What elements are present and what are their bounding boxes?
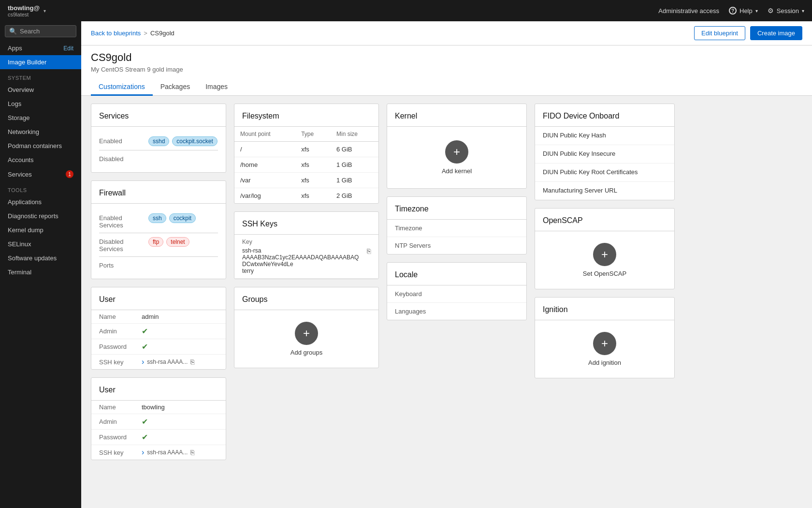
services-card-body: Enabled sshd cockpit.socket Disabled — [91, 127, 226, 172]
user1-sshkey-expand[interactable]: › ssh-rsa AAAA... ⎘ — [142, 358, 194, 366]
firewall-disabled-tags: ftp telnet — [148, 237, 189, 247]
sidebar-item-applications[interactable]: Applications — [0, 195, 81, 209]
topbar-user-chevron[interactable]: ▾ — [44, 8, 46, 14]
breadcrumb: Back to blueprints > CS9gold — [91, 30, 174, 37]
fs-mount: /home — [234, 157, 295, 173]
add-ignition-label: Add ignition — [588, 359, 621, 366]
ignition-card: Ignition + Add ignition — [535, 297, 675, 378]
user1-sshkey-copy-icon[interactable]: ⎘ — [190, 358, 194, 366]
filesystem-card: Filesystem Mount point Type Min size — [234, 104, 379, 204]
sidebar-item-selinux[interactable]: SELinux — [0, 237, 81, 251]
openscap-card-title: OpenSCAP — [535, 209, 674, 231]
firewall-disabled-label: Disabled Services — [99, 237, 143, 253]
filesystem-header-row: Mount point Type Min size — [234, 127, 378, 142]
create-image-button[interactable]: Create image — [750, 26, 802, 40]
fido-field-item: DIUN Public Key Insecure — [535, 145, 674, 164]
firewall-enabled-tags: ssh cockpit — [148, 213, 196, 223]
sidebar-item-services[interactable]: Services 1 — [0, 167, 81, 181]
add-groups-icon[interactable]: + — [295, 322, 318, 345]
timezone-card: Timezone Timezone NTP Servers — [387, 196, 527, 254]
sidebar-item-terminal[interactable]: Terminal — [0, 265, 81, 279]
sidebar-podman-label: Podman containers — [8, 142, 62, 149]
sidebar-item-image-builder[interactable]: Image Builder — [0, 55, 81, 69]
fs-type: xfs — [295, 157, 331, 173]
topbar-right: Administrative access ? Help ▾ ⚙ Session… — [658, 7, 804, 15]
user1-sshkey-row: SSH key › ssh-rsa AAAA... ⎘ — [91, 355, 226, 369]
topbar-left: tbowling@ cs9latest ▾ — [8, 4, 46, 17]
ssh-key-copy-icon[interactable]: ⎘ — [367, 247, 371, 255]
user2-name-row: Name tbowling — [91, 401, 226, 414]
ssh-keys-card: SSH Keys Key ssh-rsa AAAAB3NzaC1yc2EAAAA… — [234, 211, 379, 279]
user2-admin-row: Admin ✔ — [91, 414, 226, 430]
edit-blueprint-button[interactable]: Edit blueprint — [694, 26, 745, 40]
kernel-card-title: Kernel — [387, 104, 526, 127]
user2-sshkey-copy-icon[interactable]: ⎘ — [190, 448, 194, 456]
ssh-key-item: Key ssh-rsa AAAAB3NzaC1yc2EAAAADAQABAAAA… — [234, 235, 378, 279]
sidebar-item-accounts[interactable]: Accounts — [0, 153, 81, 167]
cockpit-tag: cockpit — [169, 213, 196, 223]
fs-type: xfs — [295, 188, 331, 204]
tab-customizations[interactable]: Customizations — [91, 79, 153, 96]
help-menu[interactable]: ? Help ▾ — [729, 7, 758, 15]
middle-column: Filesystem Mount point Type Min size — [234, 104, 379, 368]
sidebar-logs-label: Logs — [8, 100, 21, 107]
user1-password-label: Password — [99, 343, 138, 350]
filesystem-row: /varxfs1 GiB — [234, 173, 378, 188]
sidebar-item-logs[interactable]: Logs — [0, 97, 81, 111]
sidebar-apps-edit[interactable]: Edit — [63, 45, 73, 52]
session-menu[interactable]: ⚙ Session ▾ — [768, 7, 804, 15]
search-input[interactable]: 🔍 Search — [5, 25, 76, 37]
firewall-card-title: Firewall — [91, 181, 226, 204]
add-groups-area[interactable]: + Add groups — [234, 310, 378, 368]
sidebar-item-kernel-dump[interactable]: Kernel dump — [0, 223, 81, 237]
user1-password-row: Password ✔ — [91, 339, 226, 355]
services-enabled-label: Enabled — [99, 136, 143, 145]
sidebar-item-software-updates[interactable]: Software updates — [0, 251, 81, 265]
ssh-keys-card-title: SSH Keys — [234, 212, 378, 235]
fido-card: FIDO Device Onboard DIUN Public Key Hash… — [535, 104, 675, 200]
add-kernel-area[interactable]: + Add kernel — [387, 127, 526, 188]
sidebar-item-podman[interactable]: Podman containers — [0, 139, 81, 153]
fs-col-mount: Mount point — [234, 127, 295, 142]
tab-images[interactable]: Images — [198, 79, 235, 96]
user1-admin-label: Admin — [99, 328, 138, 335]
admin-access-link[interactable]: Administrative access — [658, 7, 719, 15]
user2-name-label: Name — [99, 403, 138, 411]
sidebar-services-label: Services — [8, 171, 32, 178]
sidebar-terminal-label: Terminal — [8, 269, 31, 276]
languages-field: Languages — [387, 303, 526, 320]
sidebar-item-diagnostic-reports[interactable]: Diagnostic reports — [0, 209, 81, 223]
sidebar: 🔍 Search Apps Edit Image Builder System … — [0, 21, 81, 508]
layout: 🔍 Search Apps Edit Image Builder System … — [0, 21, 812, 508]
sidebar-accounts-label: Accounts — [8, 156, 33, 164]
set-openscap-area[interactable]: + Set OpenSCAP — [535, 231, 674, 289]
fs-mount: /var — [234, 173, 295, 188]
add-kernel-icon[interactable]: + — [445, 140, 468, 164]
sidebar-tools-label: Tools — [0, 181, 81, 195]
user2-sshkey-chevron: › — [142, 448, 144, 457]
user2-sshkey-truncated: ssh-rsa AAAA... — [147, 449, 188, 456]
add-ignition-icon[interactable]: + — [593, 332, 616, 355]
sidebar-item-overview[interactable]: Overview — [0, 83, 81, 97]
search-icon: 🔍 — [9, 28, 17, 35]
fs-mount: /var/log — [234, 188, 295, 204]
fido-field-label: DIUN Public Key Insecure — [543, 150, 667, 157]
sidebar-item-networking[interactable]: Networking — [0, 125, 81, 139]
sidebar-apps-row[interactable]: Apps Edit — [0, 41, 81, 55]
user2-sshkey-expand[interactable]: › ssh-rsa AAAA... ⎘ — [142, 448, 194, 457]
user1-name-value: admin — [142, 313, 159, 320]
fs-type: xfs — [295, 142, 331, 157]
fs-col-size: Min size — [331, 127, 378, 142]
add-kernel-label: Add kernel — [442, 167, 472, 175]
back-to-blueprints-link[interactable]: Back to blueprints — [91, 30, 141, 37]
sshd-tag: sshd — [148, 136, 169, 146]
sidebar-item-storage[interactable]: Storage — [0, 111, 81, 125]
breadcrumb-actions: Edit blueprint Create image — [694, 26, 802, 40]
set-openscap-icon[interactable]: + — [593, 243, 616, 266]
add-ignition-area[interactable]: + Add ignition — [535, 320, 674, 378]
user1-sshkey-label: SSH key — [99, 359, 138, 366]
tab-packages[interactable]: Packages — [153, 79, 198, 96]
sidebar-search-area: 🔍 Search — [0, 21, 81, 41]
ssh-key-user: terry — [242, 268, 254, 274]
user1-card: User Name admin Admin ✔ Password — [91, 287, 226, 370]
